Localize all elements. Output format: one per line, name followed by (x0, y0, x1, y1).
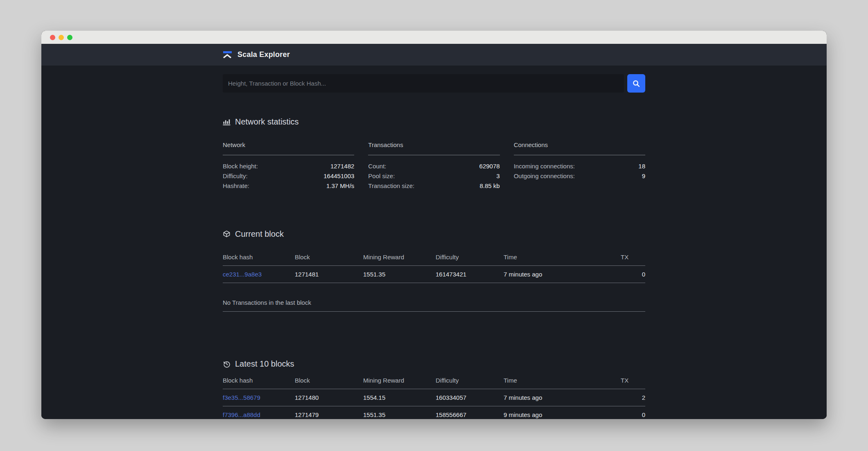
mining-reward-cell: 1554.15 (363, 389, 436, 406)
app-title: Scala Explorer (237, 50, 290, 59)
stat-column-title: Transactions (368, 141, 500, 155)
col-difficulty: Difficulty (436, 254, 504, 266)
time-cell: 7 minutes ago (504, 389, 621, 406)
tx-count-cell: 0 (621, 406, 645, 419)
stat-value: 18 (638, 161, 645, 171)
tx-count-cell: 2 (621, 389, 645, 406)
stat-row: Count: 629078 (368, 161, 500, 171)
current-block-section: Current block Block hash Block Mining Re… (223, 228, 645, 312)
app-window: Scala Explorer (41, 31, 827, 419)
block-height-cell: 1271479 (295, 406, 363, 419)
no-transactions-message: No Transactions in the last block (223, 299, 645, 312)
mining-reward-cell: 1551.35 (363, 266, 436, 283)
stats-column-transactions: Transactions Count: 629078 Pool size: 3 (368, 141, 500, 191)
block-height-cell: 1271480 (295, 389, 363, 406)
block-hash-link[interactable]: f3e35...58679 (223, 394, 260, 401)
stat-value: 1271482 (330, 161, 354, 171)
col-time: Time (504, 254, 621, 266)
tx-count-cell: 0 (621, 266, 645, 283)
bar-chart-icon (223, 118, 231, 125)
stat-label: Outgoing connections: (514, 171, 575, 181)
col-mining-reward: Mining Reward (363, 377, 436, 389)
stat-row: Outgoing connections: 9 (514, 171, 645, 181)
network-statistics-section: Network statistics Network Block height:… (223, 116, 645, 191)
table-header-row: Block hash Block Mining Reward Difficult… (223, 377, 645, 389)
stat-value: 164451003 (323, 171, 354, 181)
stat-label: Incoming connections: (514, 161, 575, 171)
col-difficulty: Difficulty (436, 377, 504, 389)
col-time: Time (504, 377, 621, 389)
stat-label: Hashrate: (223, 181, 249, 191)
stat-row: Incoming connections: 18 (514, 161, 645, 171)
search-icon (632, 79, 640, 88)
difficulty-cell: 161473421 (436, 266, 504, 283)
difficulty-cell: 160334057 (436, 389, 504, 406)
search-bar (223, 74, 645, 93)
col-tx: TX (621, 254, 645, 266)
stat-value: 8.85 kb (479, 181, 500, 191)
search-button[interactable] (627, 74, 645, 93)
col-block-hash: Block hash (223, 377, 295, 389)
table-row: f7396...a88dd 1271479 1551.35 158556667 … (223, 406, 645, 419)
stat-row: Block height: 1271482 (223, 161, 354, 171)
stat-label: Count: (368, 161, 386, 171)
stat-value: 1.37 MH/s (326, 181, 354, 191)
latest-blocks-table: Block hash Block Mining Reward Difficult… (223, 377, 645, 419)
time-cell: 7 minutes ago (504, 266, 621, 283)
difficulty-cell: 158556667 (436, 406, 504, 419)
block-hash-link[interactable]: f7396...a88dd (223, 411, 260, 418)
table-row: ce231...9a8e3 1271481 1551.35 161473421 … (223, 266, 645, 283)
stat-row: Transaction size: 8.85 kb (368, 181, 500, 191)
stat-label: Transaction size: (368, 181, 414, 191)
stat-value: 3 (496, 171, 500, 181)
stat-label: Pool size: (368, 171, 395, 181)
stat-column-title: Network (223, 141, 354, 155)
close-window-button[interactable] (50, 35, 55, 40)
search-input[interactable] (223, 74, 624, 93)
table-header-row: Block hash Block Mining Reward Difficult… (223, 254, 645, 266)
page-body: Network statistics Network Block height:… (41, 66, 827, 419)
col-block-hash: Block hash (223, 254, 295, 266)
block-hash-link[interactable]: ce231...9a8e3 (223, 271, 262, 278)
stat-row: Pool size: 3 (368, 171, 500, 181)
stat-column-title: Connections (514, 141, 645, 155)
minimize-window-button[interactable] (59, 35, 64, 40)
stat-value: 9 (642, 171, 645, 181)
stat-row: Difficulty: 164451003 (223, 171, 354, 181)
stat-label: Block height: (223, 161, 258, 171)
mining-reward-cell: 1551.35 (363, 406, 436, 419)
section-title: Network statistics (235, 116, 299, 127)
zoom-window-button[interactable] (67, 35, 72, 40)
scala-logo-icon (223, 51, 232, 58)
top-navbar: Scala Explorer (41, 44, 827, 66)
stats-column-connections: Connections Incoming connections: 18 Out… (514, 141, 645, 191)
table-row: f3e35...58679 1271480 1554.15 160334057 … (223, 389, 645, 406)
stats-column-network: Network Block height: 1271482 Difficulty… (223, 141, 354, 191)
section-title: Latest 10 blocks (235, 358, 294, 369)
window-titlebar (41, 31, 827, 44)
col-block: Block (295, 377, 363, 389)
col-mining-reward: Mining Reward (363, 254, 436, 266)
col-block: Block (295, 254, 363, 266)
stat-value: 629078 (479, 161, 500, 171)
history-icon (223, 360, 231, 368)
col-tx: TX (621, 377, 645, 389)
current-block-table: Block hash Block Mining Reward Difficult… (223, 254, 645, 283)
cube-icon (223, 230, 231, 238)
stat-row: Hashrate: 1.37 MH/s (223, 181, 354, 191)
time-cell: 9 minutes ago (504, 406, 621, 419)
stat-label: Difficulty: (223, 171, 248, 181)
block-height-cell: 1271481 (295, 266, 363, 283)
section-title: Current block (235, 228, 284, 240)
latest-blocks-section: Latest 10 blocks Block hash Block Mining… (223, 358, 645, 419)
